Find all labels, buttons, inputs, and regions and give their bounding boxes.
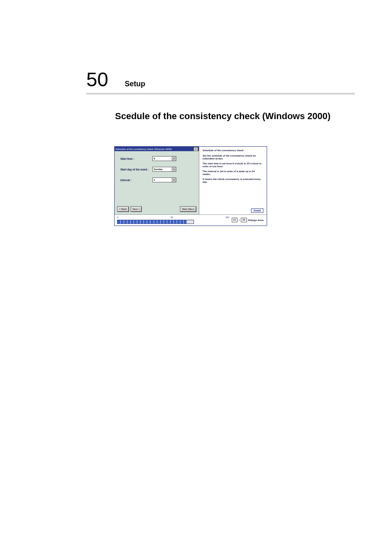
progress-total: 23 bbox=[241, 218, 247, 222]
interval-dropdown[interactable]: 1 ▼ bbox=[152, 177, 176, 182]
dialog-titlebar: Schedule of the consistency check (Windo… bbox=[115, 147, 199, 151]
info-p4: 0 means the check consistency is execute… bbox=[203, 178, 263, 184]
detail-button[interactable]: Detail bbox=[251, 208, 263, 213]
progress-label-100: 100 bbox=[225, 216, 229, 219]
info-p1: Set the schedule of the consistency chec… bbox=[203, 154, 263, 161]
dialog-window: Schedule of the consistency check (Windo… bbox=[114, 146, 267, 226]
titlebar-text: Schedule of the consistency check (Windo… bbox=[115, 148, 172, 150]
chevron-down-icon: ▼ bbox=[172, 167, 176, 171]
start-time-value: 0 bbox=[154, 157, 155, 160]
page-header: 50 Setup bbox=[86, 70, 355, 94]
next-button[interactable]: Next > bbox=[131, 206, 142, 212]
nav-buttons: < Back Next > Main Menu bbox=[115, 205, 199, 214]
progress-sep: / bbox=[239, 219, 240, 221]
main-menu-button[interactable]: Main Menu bbox=[180, 206, 196, 212]
interval-row: Interval : 1 ▼ bbox=[120, 177, 195, 182]
start-day-row: Start day of the week : Sunday ▼ bbox=[120, 167, 195, 172]
back-button[interactable]: < Back bbox=[117, 206, 129, 212]
dialog-left-panel: Schedule of the consistency check (Windo… bbox=[115, 147, 199, 214]
progress-area: 0 50 100 21 / 23 Di bbox=[115, 214, 267, 226]
close-icon[interactable]: × bbox=[194, 147, 198, 151]
chevron-down-icon: ▼ bbox=[172, 157, 176, 161]
section-title: Scedule of the consistency check (Window… bbox=[115, 111, 355, 122]
start-time-label: Start time : bbox=[120, 157, 152, 160]
progress-status-text: Dialogs done. bbox=[248, 219, 264, 221]
progress-label-50: 50 bbox=[171, 216, 173, 219]
start-time-dropdown[interactable]: 0 ▼ bbox=[152, 156, 176, 161]
start-time-row: Start time : 0 ▼ bbox=[120, 156, 195, 161]
interval-label: Interval : bbox=[120, 179, 152, 182]
chevron-down-icon: ▼ bbox=[172, 178, 176, 182]
interval-value: 1 bbox=[154, 179, 155, 181]
info-p2: The start time is set from 0 o'clock to … bbox=[203, 162, 263, 168]
progress-bar bbox=[117, 220, 194, 224]
page-number: 50 bbox=[86, 70, 108, 90]
start-day-label: Start day of the week : bbox=[120, 168, 152, 171]
info-p3: The interval is set in units of a week u… bbox=[203, 170, 263, 176]
start-day-dropdown[interactable]: Sunday ▼ bbox=[152, 167, 176, 172]
info-heading: Schedule of the consistency check bbox=[203, 149, 263, 152]
progress-label-0: 0 bbox=[117, 216, 118, 219]
section-label: Setup bbox=[125, 80, 145, 88]
progress-current: 21 bbox=[232, 218, 238, 222]
progress-status: 21 / 23 Dialogs done. bbox=[232, 218, 264, 222]
start-day-value: Sunday bbox=[154, 168, 163, 170]
dialog-info-panel: Schedule of the consistency check Set th… bbox=[199, 147, 267, 214]
